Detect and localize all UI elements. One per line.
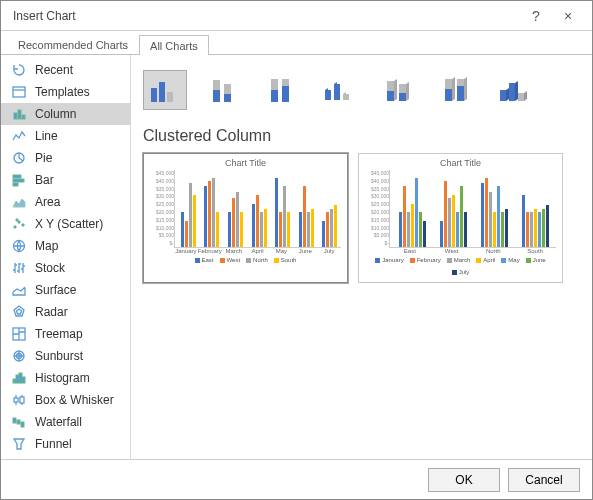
tab-bar: Recommended Charts All Charts xyxy=(1,31,592,55)
help-button[interactable]: ? xyxy=(520,1,552,31)
svg-rect-21 xyxy=(20,397,24,403)
svg-rect-3 xyxy=(22,115,25,119)
svg-rect-7 xyxy=(13,183,18,186)
surface-icon xyxy=(11,282,27,298)
cancel-button[interactable]: Cancel xyxy=(508,468,580,492)
section-title: Clustered Column xyxy=(143,127,580,145)
chart-type-sidebar: RecentTemplatesColumnLinePieBarAreaX Y (… xyxy=(1,55,131,459)
sidebar-item-sunburst[interactable]: Sunburst xyxy=(1,345,130,367)
tab-recommended-charts[interactable]: Recommended Charts xyxy=(7,34,139,54)
sidebar-item-label: Map xyxy=(35,239,58,253)
svg-rect-28 xyxy=(159,82,165,102)
svg-rect-42 xyxy=(387,91,394,101)
sidebar-item-label: Surface xyxy=(35,283,76,297)
svg-rect-50 xyxy=(509,83,515,101)
subtype-100-stacked-column[interactable] xyxy=(259,70,303,110)
tab-all-charts[interactable]: All Charts xyxy=(139,35,209,55)
area-icon xyxy=(11,194,27,210)
sidebar-item-label: Bar xyxy=(35,173,54,187)
svg-rect-31 xyxy=(213,90,220,102)
svg-rect-5 xyxy=(13,175,21,178)
sidebar-item-label: Radar xyxy=(35,305,68,319)
sunburst-icon xyxy=(11,348,27,364)
svg-rect-23 xyxy=(17,420,20,424)
svg-rect-49 xyxy=(500,90,506,101)
funnel-icon xyxy=(11,436,27,452)
recent-icon xyxy=(11,62,27,78)
svg-rect-29 xyxy=(167,92,173,102)
sidebar-item-label: Area xyxy=(35,195,60,209)
ok-button[interactable]: OK xyxy=(428,468,500,492)
sidebar-item-surface[interactable]: Surface xyxy=(1,279,130,301)
chart-title: Chart Title xyxy=(150,158,341,168)
subtype-3d-column[interactable] xyxy=(491,70,535,110)
sidebar-item-label: Treemap xyxy=(35,327,83,341)
window-title: Insert Chart xyxy=(13,9,520,23)
box-whisker-icon xyxy=(11,392,27,408)
svg-point-10 xyxy=(22,224,24,226)
svg-rect-6 xyxy=(13,179,24,182)
svg-rect-48 xyxy=(457,86,464,101)
sidebar-item-column[interactable]: Column xyxy=(1,103,130,125)
chart-title: Chart Title xyxy=(365,158,556,168)
svg-point-11 xyxy=(16,219,18,221)
sidebar-item-radar[interactable]: Radar xyxy=(1,301,130,323)
svg-rect-37 xyxy=(282,86,289,102)
subtype-3d-stacked-column[interactable] xyxy=(375,70,419,110)
sidebar-item-line[interactable]: Line xyxy=(1,125,130,147)
subtype-clustered-column[interactable] xyxy=(143,70,187,110)
svg-rect-40 xyxy=(343,94,349,100)
sidebar-item-recent[interactable]: Recent xyxy=(1,59,130,81)
preview-row: Chart Title$-$5,000$10,000$15,000$20,000… xyxy=(143,153,580,283)
svg-rect-38 xyxy=(325,90,331,100)
sidebar-item-bar[interactable]: Bar xyxy=(1,169,130,191)
sidebar-item-label: Templates xyxy=(35,85,90,99)
chart-legend: JanuaryFebruaryMarchAprilMayJuneJuly xyxy=(365,257,556,275)
svg-rect-51 xyxy=(518,93,524,101)
sidebar-item-label: Box & Whisker xyxy=(35,393,114,407)
sidebar-item-histogram[interactable]: Histogram xyxy=(1,367,130,389)
treemap-icon xyxy=(11,326,27,342)
titlebar: Insert Chart ? × xyxy=(1,1,592,31)
sidebar-item-templates[interactable]: Templates xyxy=(1,81,130,103)
svg-point-8 xyxy=(14,226,16,228)
svg-rect-39 xyxy=(334,84,340,100)
sidebar-item-x-y-scatter-[interactable]: X Y (Scatter) xyxy=(1,213,130,235)
sidebar-item-funnel[interactable]: Funnel xyxy=(1,433,130,455)
close-button[interactable]: × xyxy=(552,1,584,31)
bar-icon xyxy=(11,172,27,188)
sidebar-item-label: Recent xyxy=(35,63,73,77)
svg-rect-33 xyxy=(224,94,231,102)
sidebar-item-label: Funnel xyxy=(35,437,72,451)
dialog-footer: OK Cancel xyxy=(1,459,592,499)
svg-rect-2 xyxy=(18,110,21,119)
main-panel: Clustered Column Chart Title$-$5,000$10,… xyxy=(131,55,592,459)
sidebar-item-label: X Y (Scatter) xyxy=(35,217,103,231)
svg-rect-19 xyxy=(22,377,25,383)
sidebar-item-box-whisker[interactable]: Box & Whisker xyxy=(1,389,130,411)
sidebar-item-area[interactable]: Area xyxy=(1,191,130,213)
subtype-stacked-column[interactable] xyxy=(201,70,245,110)
sidebar-item-pie[interactable]: Pie xyxy=(1,147,130,169)
sidebar-item-stock[interactable]: Stock xyxy=(1,257,130,279)
sidebar-item-map[interactable]: Map xyxy=(1,235,130,257)
chart-preview-2[interactable]: Chart Title$-$5,000$10,000$15,000$20,000… xyxy=(358,153,563,283)
subtype-3d-100-stacked-column[interactable] xyxy=(433,70,477,110)
chart-legend: EastWestNorthSouth xyxy=(150,257,341,263)
svg-rect-35 xyxy=(271,90,278,102)
chart-preview-1[interactable]: Chart Title$-$5,000$10,000$15,000$20,000… xyxy=(143,153,348,283)
svg-rect-22 xyxy=(13,418,16,423)
subtype-3d-clustered-column[interactable] xyxy=(317,70,361,110)
sidebar-item-label: Waterfall xyxy=(35,415,82,429)
svg-rect-46 xyxy=(445,89,452,101)
line-icon xyxy=(11,128,27,144)
pie-icon xyxy=(11,150,27,166)
sidebar-item-treemap[interactable]: Treemap xyxy=(1,323,130,345)
sidebar-item-label: Pie xyxy=(35,151,52,165)
sidebar-item-waterfall[interactable]: Waterfall xyxy=(1,411,130,433)
templates-icon xyxy=(11,84,27,100)
sidebar-item-label: Stock xyxy=(35,261,65,275)
svg-rect-20 xyxy=(14,398,18,402)
svg-rect-1 xyxy=(14,113,17,119)
svg-rect-27 xyxy=(151,88,157,102)
